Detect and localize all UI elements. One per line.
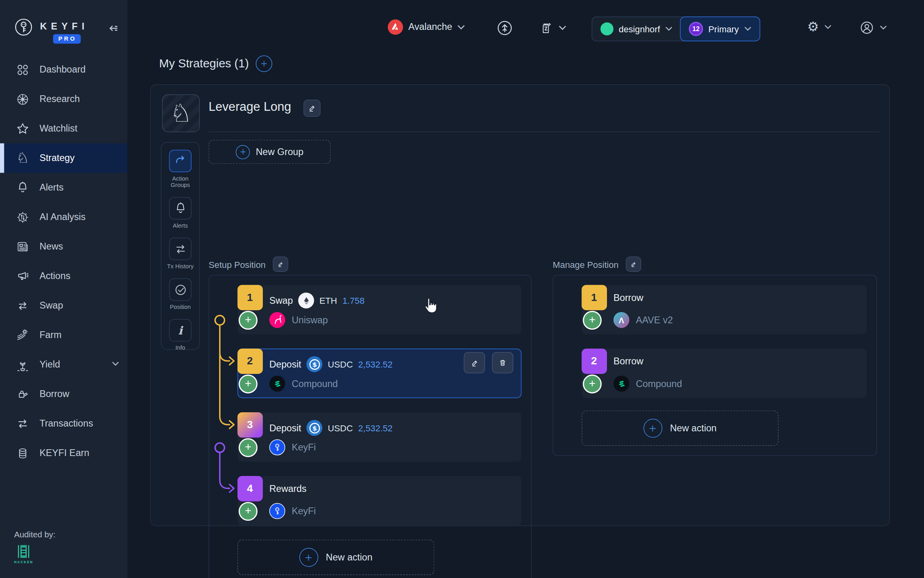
action-row[interactable]: 3Deposit$USDC2,532.52+KeyFi bbox=[237, 412, 521, 462]
chevron-down-icon bbox=[112, 362, 119, 366]
sidebar-item-yield[interactable]: Yield bbox=[0, 350, 127, 379]
action-groups-icon bbox=[169, 150, 192, 172]
sidebar-item-alerts[interactable]: Alerts bbox=[0, 173, 127, 202]
action-number: 2 bbox=[237, 348, 263, 374]
action-label: Deposit bbox=[269, 423, 301, 433]
sidebar-item-label: Actions bbox=[39, 271, 70, 281]
add-strategy-button[interactable] bbox=[256, 55, 272, 72]
plus-icon bbox=[236, 145, 250, 159]
rail-item-position[interactable]: Position bbox=[164, 278, 197, 310]
new-action-button[interactable]: New action bbox=[581, 411, 778, 446]
gear-icon: ⚙ bbox=[807, 21, 819, 34]
add-linked-action-button[interactable]: + bbox=[239, 311, 257, 330]
setup-position-header: Setup Position bbox=[209, 257, 288, 272]
setup-action-list: 1SwapETH1.758+Uniswap2Deposit$USDC2,532.… bbox=[237, 285, 521, 526]
plus-icon bbox=[300, 548, 318, 567]
account-avatar bbox=[601, 22, 614, 35]
sidebar-nav: DashboardResearchWatchlist♘StrategyAlert… bbox=[0, 55, 127, 468]
sidebar-item-label: Research bbox=[39, 94, 80, 104]
transfer-icon bbox=[15, 415, 31, 431]
manage-action-list: 1Borrow+ΛAAVE v22Borrow+Compound bbox=[581, 285, 867, 398]
gas-selector[interactable] bbox=[538, 21, 566, 35]
account-selector[interactable]: designhorf bbox=[592, 17, 681, 41]
sidebar-item-strategy[interactable]: ♘Strategy bbox=[0, 144, 127, 173]
edit-group-button[interactable] bbox=[273, 257, 288, 272]
protocol-name: KeyFi bbox=[292, 442, 316, 453]
asset-symbol: ETH bbox=[319, 295, 337, 305]
sidebar-item-swap[interactable]: Swap bbox=[0, 291, 127, 320]
add-linked-action-button[interactable]: + bbox=[239, 375, 257, 393]
action-number: 4 bbox=[237, 476, 263, 501]
news-icon bbox=[15, 238, 31, 254]
wallet-selector[interactable]: 12 Primary bbox=[680, 16, 760, 41]
add-linked-action-button[interactable]: + bbox=[239, 438, 257, 457]
chevron-down-icon bbox=[458, 24, 465, 29]
sidebar-item-label: News bbox=[39, 241, 63, 252]
rail-item-label: Info bbox=[164, 344, 197, 351]
edit-group-button[interactable] bbox=[626, 257, 641, 272]
divider bbox=[209, 132, 879, 132]
sidebar-item-label: Dashboard bbox=[39, 64, 86, 75]
new-action-button[interactable]: New action bbox=[237, 540, 434, 575]
delete-action-button[interactable] bbox=[492, 352, 513, 373]
add-linked-action-button[interactable]: + bbox=[583, 375, 601, 393]
strategy-tools-rail: Action GroupsAlertsTx HistoryPositioniIn… bbox=[161, 142, 200, 350]
sidebar-item-label: Transactions bbox=[39, 418, 93, 429]
profile-menu[interactable] bbox=[859, 20, 887, 35]
sidebar-item-label: AI Analysis bbox=[39, 212, 86, 222]
network-selector[interactable]: Avalanche bbox=[388, 20, 465, 35]
sidebar-item-ai-analysis[interactable]: AI Analysis bbox=[0, 202, 127, 232]
strategy-avatar: ♘ bbox=[162, 94, 200, 132]
add-linked-action-button[interactable]: + bbox=[239, 502, 257, 521]
manage-position-panel: 1Borrow+ΛAAVE v22Borrow+Compound New act… bbox=[553, 275, 877, 456]
settings-menu[interactable]: ⚙ bbox=[807, 21, 831, 34]
sidebar-item-label: Watchlist bbox=[39, 123, 77, 134]
send-button[interactable] bbox=[496, 20, 513, 37]
sidebar-item-dashboard[interactable]: Dashboard bbox=[0, 55, 127, 85]
rail-item-tx-history[interactable]: Tx History bbox=[164, 238, 197, 269]
svg-text:$: $ bbox=[312, 424, 317, 432]
sidebar-collapse-icon[interactable] bbox=[106, 21, 120, 35]
rail-item-info[interactable]: iInfo bbox=[164, 319, 197, 351]
asset-amount: 2,532.52 bbox=[358, 359, 392, 369]
knight-icon: ♘ bbox=[170, 101, 192, 126]
rail-item-alerts[interactable]: Alerts bbox=[164, 197, 197, 229]
usdc-icon: $ bbox=[307, 420, 323, 436]
rail-item-action-groups[interactable]: Action Groups bbox=[164, 150, 197, 188]
sidebar-item-watchlist[interactable]: Watchlist bbox=[0, 114, 127, 144]
logo-row: KEYFI PRO bbox=[0, 0, 127, 51]
keyfi-app: KEYFI PRO DashboardResearchWatchlist♘Str… bbox=[0, 0, 924, 578]
svg-text:$: $ bbox=[312, 361, 317, 368]
rail-item-label: Alerts bbox=[164, 222, 197, 229]
protocol-name: KeyFi bbox=[292, 506, 316, 517]
send-up-icon bbox=[496, 20, 513, 37]
sidebar-item-borrow[interactable]: Borrow bbox=[0, 379, 127, 409]
sidebar-item-actions[interactable]: Actions bbox=[0, 261, 127, 291]
auditor-name: HACKEN bbox=[14, 560, 33, 564]
edit-strategy-title-button[interactable] bbox=[303, 100, 321, 117]
edit-action-button[interactable] bbox=[464, 352, 485, 373]
sidebar-item-transactions[interactable]: Transactions bbox=[0, 409, 127, 438]
new-group-button[interactable]: New Group bbox=[209, 140, 331, 164]
sidebar-item-news[interactable]: News bbox=[0, 232, 127, 261]
chevron-down-icon bbox=[824, 25, 832, 29]
protocol-name: Compound bbox=[292, 378, 338, 389]
add-linked-action-button[interactable]: + bbox=[583, 311, 601, 330]
sidebar-item-keyfi-earn[interactable]: KEYFI Earn bbox=[0, 438, 127, 468]
info-icon: i bbox=[169, 319, 192, 341]
asset-symbol: USDC bbox=[328, 423, 353, 433]
action-row[interactable]: 4Rewards+KeyFi bbox=[237, 476, 521, 525]
action-number: 1 bbox=[237, 285, 263, 310]
action-row[interactable]: 2Borrow+Compound bbox=[581, 348, 867, 398]
action-row[interactable]: 2Deposit$USDC2,532.52+Compound bbox=[237, 348, 521, 398]
action-row[interactable]: 1Borrow+ΛAAVE v2 bbox=[581, 285, 867, 334]
rail-item-label: Tx History bbox=[164, 263, 197, 269]
action-number: 2 bbox=[581, 348, 607, 374]
bell-icon bbox=[169, 197, 192, 219]
new-action-label: New action bbox=[326, 552, 372, 563]
sidebar-item-farm[interactable]: Farm bbox=[0, 320, 127, 350]
action-row[interactable]: 1SwapETH1.758+Uniswap bbox=[237, 285, 521, 334]
sidebar-item-research[interactable]: Research bbox=[0, 85, 127, 114]
research-icon bbox=[15, 91, 31, 107]
new-action-label: New action bbox=[670, 423, 716, 434]
